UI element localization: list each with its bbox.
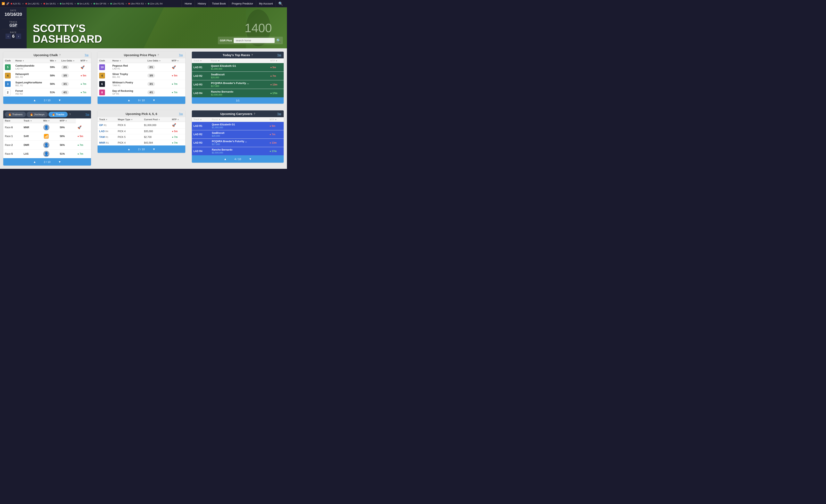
nav-history[interactable]: History [195,0,209,7]
carryovers-top-link[interactable]: Top [277,113,281,115]
tab-top-link[interactable]: Top [85,113,90,116]
price-odds-2: 3/5 [146,71,170,80]
tracks-race-4: Race 5 [3,149,22,159]
upcoming-pick-card: Upcoming Pick 4, 5, 6 Top Track ▼ Wager … [98,111,185,153]
price-mtp-3: ● 7m [170,80,185,88]
ajx-track[interactable]: AJX R1 [11,2,20,5]
tracks-tab-col: 🔥 Trainers 🔥 Jockeys 🔥 Tracks ? Top Race… [0,107,94,169]
hero-section: DATE 10/16/20 TRACK GSP RACE ‹ 6 › 1400 … [0,7,287,48]
track-item-lad[interactable]: 2m LAD R1 [25,2,39,5]
top-races-page-info: 1/1 [236,99,240,102]
chalk-top-link[interactable]: Top [85,54,88,57]
tracks-track-3: DMR [22,141,42,149]
table-row[interactable]: LAD R3 PCQHRA Breeder's Futurity ...$17,… [192,139,284,147]
chalk-odds-2: 3/5 [60,71,79,80]
table-row[interactable]: 3 SuperLongHorseNameBEL R2 56% 3/1 ● 7m [3,80,91,88]
tracks-next-button[interactable]: ▼ [57,160,63,164]
top-races-top-link[interactable]: Top [277,54,281,57]
pick-prev-button[interactable]: ▲ [126,147,132,151]
table-row[interactable]: LAD R3 PCQHRA Breeder's Futurity ...$17,… [192,80,284,89]
top-races-help-icon[interactable]: ? [251,54,253,57]
pick-wager-2: PICK 4 [116,128,142,134]
table-row[interactable]: 5 CawboybandidoLAD R1 59% 2/1 🚀 [3,63,91,71]
hero-line1: SCOTTY'S [33,23,102,34]
chalk-prev-button[interactable]: ▲ [32,98,38,102]
next-race-button[interactable]: › [16,34,21,39]
table-row[interactable]: 8 Day of ReckoningGP R5 4/1 ● 7m [98,88,185,97]
track-item-prx[interactable]: 18m PRX R3 [128,2,144,5]
track-item-lrl[interactable]: 22m LRL R4 [148,2,163,5]
track-item-op[interactable]: 8m OP R6 [94,2,106,5]
price-help-icon[interactable]: ? [158,54,159,57]
tracks-prev-button[interactable]: ▲ [32,160,38,164]
chalk-th-mtp: MTP ▼ [79,58,91,63]
track-item-la[interactable]: 5m LA R1 [77,2,90,5]
price-horse-4: Day of ReckoningGP R5 [111,88,146,97]
table-row[interactable]: LAD R1 Queen Elizabeth G1$1,000,000 ● 5m [192,63,284,72]
table-row[interactable]: 10 Pegasus RedLAD R1 2/1 🚀 [98,63,185,71]
table-row[interactable]: Race 1 SAR 📶 58% ● 5m [3,132,91,141]
track-item-pid[interactable]: 5m PID R1 [60,2,73,5]
nav-home[interactable]: Home [182,0,195,7]
table-row[interactable]: Race 6 MNR 👤 59% 🚀 [3,123,91,132]
table-row[interactable]: MNR R1 PICK 4 $43,584 ● 7m [98,140,185,146]
nav-search-button[interactable]: 🔍 [276,0,285,7]
pick-th-mtp: MTP ▼ [170,117,185,122]
top-races-th-track: Track ▼ [192,58,209,63]
price-prev-button[interactable]: ▲ [126,98,132,102]
chalk-cloth-1: 5 [3,63,14,71]
track-item-fg[interactable]: 13m FG R1 [110,2,124,5]
tracks-tab-card: 🔥 Trainers 🔥 Jockeys 🔥 Tracks ? Top Race… [3,111,91,166]
pick-top-link[interactable]: Top [179,113,183,115]
pick-track-2: LAD R4 [98,128,116,134]
table-row[interactable]: LAD R4 Rancho Bernardo$2,500,000 ● 17m [192,89,284,98]
tracks-race-3: Race 2 [3,141,22,149]
carryovers-prev-button[interactable]: ▲ [222,157,228,161]
carryovers-next-button[interactable]: ▼ [247,157,253,161]
pick-table: Track ▼ Wager Type ▼ Current Pool ▼ MTP … [98,117,185,145]
table-row[interactable]: LAD R4 PICK 4 $35,000 ● 5m [98,128,185,134]
table-row[interactable]: LAD R2 SeaBiscuit$20,000 ● 7m [192,72,284,80]
price-next-button[interactable]: ▼ [151,98,157,102]
table-row[interactable]: LAD R1 Queen Elizabeth G1$1,000,000 ● 5m [192,122,284,130]
table-row[interactable]: LAD R4 Rancho Bernardo$2,500,000 ● 17m [192,147,284,155]
tracks-track-1: MNR [22,123,42,132]
upcoming-price-col: Upcoming Price Plays ? Top Cloth Horse ▼… [94,48,189,107]
prev-race-button[interactable]: ‹ [6,34,11,39]
table-row[interactable]: 2 ForsetIND R2 51% 4/1 ● 7m [3,88,91,97]
chalk-th-win: Win ▼ [48,58,60,63]
table-row[interactable]: Race 2 DMR 👤 56% ● 7m [3,141,91,149]
nav-progeny[interactable]: Progeny Predictor [229,0,256,7]
carryovers-help-icon[interactable]: ? [253,112,255,115]
tab-help-icon[interactable]: ? [69,113,71,116]
tab-jockeys[interactable]: 🔥 Jockeys [26,112,48,117]
price-horse-3: Whitman's PoetryTAM R1 [111,80,146,88]
table-row[interactable]: Race 5 LAS 👤 51% ● 7m [3,149,91,159]
table-row[interactable]: TAM R1 PICK 5 $2,700 ● 7m [98,134,185,140]
tab-tracks[interactable]: 🔥 Tracks [49,112,68,117]
tab-trainers[interactable]: 🔥 Trainers [5,112,26,117]
tracks-th-race: Race [3,118,22,123]
track-item-sa[interactable]: 3m SA R1 [44,2,56,5]
chalk-odds-3: 3/1 [60,80,79,88]
nav-right: Home History Ticket Book Progeny Predict… [182,0,285,7]
hero-search-input[interactable] [234,38,275,43]
chalk-win-2: 58% [48,71,60,80]
table-row[interactable]: LAD R2 SeaBiscuit$20,000 ● 7m [192,130,284,139]
table-row[interactable]: GP R1 PICK 6 $1,000,000 🚀 [98,122,185,128]
table-row[interactable]: 4 HehasspiritBEL R2 58% 3/5 ● 5m [3,71,91,80]
pick-pool-3: $2,700 [142,134,170,140]
upcoming-pick-title: Upcoming Pick 4, 5, 6 [126,112,157,116]
price-top-link[interactable]: Top [179,54,183,57]
nav-my-account[interactable]: My Account [256,0,276,7]
pick-next-button[interactable]: ▼ [151,147,157,151]
nav-ticket-book[interactable]: Ticket Book [209,0,229,7]
price-mtp-2: ● 5m [170,71,185,80]
chalk-help-icon[interactable]: ? [59,54,61,57]
chalk-odds-1: 2/1 [60,63,79,71]
hero-search-icon[interactable]: 🔍 [276,38,281,43]
chalk-next-button[interactable]: ▼ [57,98,63,102]
carryovers-th-mtp: MTP ▼ [268,117,284,122]
table-row[interactable]: 4 Silver TrophyBEL R2 3/5 ● 5m [98,71,185,80]
table-row[interactable]: 6 Whitman's PoetryTAM R1 3/1 ● 7m [98,80,185,88]
